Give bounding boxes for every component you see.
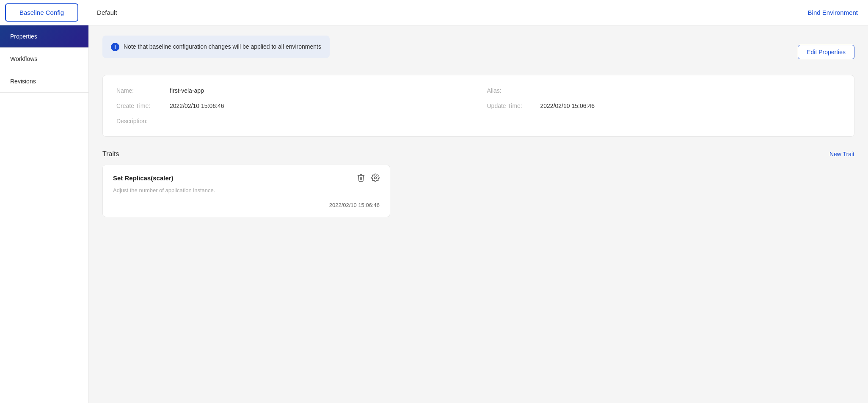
alias-label: Alias: (487, 87, 534, 94)
name-label: Name: (116, 87, 163, 94)
settings-trait-button[interactable] (371, 174, 380, 182)
notice-text: Note that baseline configuration changes… (124, 42, 321, 51)
svg-point-0 (375, 177, 377, 179)
main-layout: Properties Workflows Revisions i Note th… (0, 25, 868, 403)
traits-title: Traits (102, 150, 119, 158)
sidebar: Properties Workflows Revisions (0, 25, 89, 403)
edit-properties-button[interactable]: Edit Properties (798, 45, 854, 59)
description-row: Description: (116, 118, 470, 124)
tab-baseline-config[interactable]: Baseline Config (5, 3, 78, 22)
main-content: i Note that baseline configuration chang… (89, 25, 868, 403)
delete-trait-button[interactable] (357, 174, 365, 182)
trait-name: Set Replicas(scaler) (113, 174, 174, 182)
properties-header-row: i Note that baseline configuration chang… (102, 36, 854, 68)
info-icon: i (111, 43, 119, 51)
sidebar-item-properties[interactable]: Properties (0, 25, 88, 48)
traits-header: Traits New Trait (102, 150, 854, 158)
create-time-row: Create Time: 2022/02/10 15:06:46 (116, 102, 470, 109)
traits-section: Traits New Trait Set Replicas(scaler) (102, 150, 854, 217)
description-label: Description: (116, 118, 163, 124)
bind-environment-button[interactable]: Bind Environment (808, 9, 858, 16)
update-time-value: 2022/02/10 15:06:46 (540, 102, 595, 109)
trait-description: Adjust the number of application instanc… (113, 187, 380, 193)
top-tab-bar: Baseline Config Default Bind Environment (0, 0, 868, 25)
trait-actions (357, 174, 380, 182)
name-value: first-vela-app (170, 87, 204, 94)
update-time-row: Update Time: 2022/02/10 15:06:46 (487, 102, 841, 109)
sidebar-item-workflows[interactable]: Workflows (0, 48, 88, 70)
create-time-value: 2022/02/10 15:06:46 (170, 102, 224, 109)
trait-timestamp: 2022/02/10 15:06:46 (113, 202, 380, 208)
alias-row: Alias: (487, 87, 841, 94)
create-time-label: Create Time: (116, 102, 163, 109)
properties-card: Name: first-vela-app Alias: Create Time:… (102, 75, 854, 137)
trait-card: Set Replicas(scaler) (102, 165, 390, 217)
tab-default[interactable]: Default (83, 0, 131, 25)
trait-card-header: Set Replicas(scaler) (113, 174, 380, 182)
notice-box: i Note that baseline configuration chang… (102, 36, 330, 58)
trash-icon (357, 174, 365, 182)
sidebar-item-revisions[interactable]: Revisions (0, 70, 88, 93)
name-row: Name: first-vela-app (116, 87, 470, 94)
properties-grid: Name: first-vela-app Alias: Create Time:… (116, 87, 840, 124)
new-trait-button[interactable]: New Trait (829, 151, 854, 157)
gear-icon (371, 174, 380, 182)
update-time-label: Update Time: (487, 102, 534, 109)
